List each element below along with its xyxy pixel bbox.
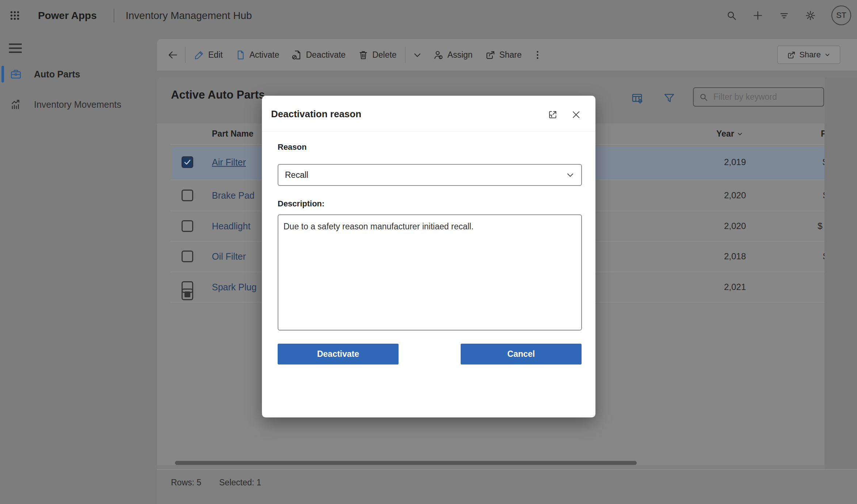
- sidebar-item-label: Inventory Movements: [34, 93, 121, 116]
- footer-divider: [157, 469, 857, 470]
- hamburger-menu-icon[interactable]: [9, 43, 22, 53]
- top-bar: Power Apps Inventory Management Hub ST: [0, 0, 857, 31]
- cancel-button[interactable]: Cancel: [461, 344, 582, 364]
- part-name-link[interactable]: Headlight: [212, 221, 251, 231]
- popout-icon[interactable]: [548, 110, 558, 120]
- part-name-link[interactable]: Oil Filter: [212, 251, 246, 262]
- deactivate-label: Deactivate: [306, 50, 346, 60]
- briefcase-icon: [10, 68, 22, 80]
- row-checkbox-checked[interactable]: [182, 156, 193, 168]
- sidebar: Auto Parts Inventory Movements: [0, 31, 157, 504]
- app-title: Inventory Management Hub: [126, 0, 252, 31]
- vertical-ellipsis-icon: [532, 50, 543, 60]
- back-arrow-icon: [167, 50, 178, 60]
- commandbar-divider: [185, 47, 186, 63]
- share-command[interactable]: Share: [479, 44, 528, 66]
- grid-right-gutter: [824, 77, 857, 469]
- assign-button[interactable]: Assign: [427, 44, 479, 66]
- checkmark-icon: [183, 157, 192, 167]
- year-cell: 2,018: [661, 251, 746, 261]
- year-cell: 2,020: [661, 221, 746, 231]
- waffle-menu-icon[interactable]: [9, 10, 20, 21]
- column-header-part-name[interactable]: Part Name: [212, 123, 254, 144]
- search-icon: [699, 92, 708, 102]
- row-checkbox[interactable]: [182, 220, 193, 232]
- price-cell-fragment: $: [823, 157, 824, 167]
- column-header-price[interactable]: Price: [821, 123, 824, 144]
- row-checkbox[interactable]: [182, 190, 193, 201]
- gear-icon[interactable]: [805, 10, 816, 21]
- filter-keyword-input[interactable]: [713, 92, 818, 102]
- sidebar-item-auto-parts[interactable]: Auto Parts: [0, 62, 157, 86]
- back-button[interactable]: [157, 44, 183, 66]
- part-name-link[interactable]: Spark Plug: [212, 282, 256, 292]
- reason-dropdown[interactable]: Recall: [278, 164, 582, 186]
- row-checkbox[interactable]: [182, 281, 193, 293]
- share-icon: [485, 50, 496, 60]
- edit-columns-icon[interactable]: [631, 92, 643, 104]
- share-dropdown-button[interactable]: Share: [777, 46, 840, 64]
- app-window: Power Apps Inventory Management Hub ST: [0, 0, 857, 504]
- description-label: Description:: [278, 199, 324, 209]
- avatar-initials: ST: [836, 11, 846, 20]
- avatar[interactable]: ST: [831, 5, 851, 25]
- activate-label: Activate: [250, 50, 279, 60]
- deactivation-dialog: Deactivation reason Reason Recall Descri…: [262, 96, 595, 417]
- delete-label: Delete: [372, 50, 396, 60]
- edit-label: Edit: [208, 50, 223, 60]
- part-name-link[interactable]: Air Filter: [212, 157, 246, 167]
- add-icon[interactable]: [752, 10, 763, 21]
- title-divider: [114, 9, 114, 22]
- commandbar-divider: [405, 47, 405, 63]
- year-cell: 2,021: [661, 282, 746, 292]
- command-bar: Edit Activate Deactivate Dele: [157, 39, 857, 70]
- row-checkbox[interactable]: [182, 251, 193, 262]
- deactivate-button[interactable]: Deactivate: [285, 44, 352, 66]
- deactivate-confirm-button[interactable]: Deactivate: [278, 344, 399, 364]
- person-assign-icon: [433, 50, 444, 60]
- more-commands-chevron[interactable]: [408, 44, 427, 66]
- trending-chart-icon: [10, 99, 22, 111]
- price-cell-fragment: $: [823, 251, 824, 261]
- column-header-year[interactable]: Year: [661, 123, 743, 144]
- trash-icon: [358, 50, 369, 60]
- pencil-icon: [194, 50, 205, 60]
- share-label: Share: [499, 50, 522, 60]
- delete-button[interactable]: Delete: [352, 44, 403, 66]
- search-icon[interactable]: [726, 10, 737, 21]
- sort-chevron-icon: [736, 130, 743, 137]
- chevron-down-icon: [412, 50, 423, 60]
- dialog-header-divider: [262, 131, 595, 131]
- assign-label: Assign: [447, 50, 473, 60]
- selected-indicator: [1, 66, 4, 83]
- dialog-title: Deactivation reason: [271, 108, 361, 120]
- document-icon: [235, 50, 246, 60]
- part-name-link[interactable]: Brake Pad: [212, 190, 255, 201]
- description-textarea[interactable]: Due to a safety reason manufacturer init…: [278, 214, 582, 331]
- chevron-down-icon: [566, 171, 575, 179]
- close-icon[interactable]: [571, 110, 581, 120]
- rows-count: Rows: 5: [171, 478, 201, 488]
- sidebar-item-inventory-movements[interactable]: Inventory Movements: [0, 93, 157, 116]
- document-slash-icon: [292, 50, 302, 60]
- share-icon: [787, 50, 796, 60]
- reason-selected-value: Recall: [285, 170, 566, 180]
- horizontal-scrollbar[interactable]: [175, 461, 637, 465]
- activate-button[interactable]: Activate: [229, 44, 286, 66]
- edit-button[interactable]: Edit: [188, 44, 229, 66]
- year-cell: 2,020: [661, 190, 746, 201]
- price-cell-fragment: $: [818, 221, 822, 231]
- sidebar-item-label: Auto Parts: [34, 62, 80, 86]
- reason-label: Reason: [278, 142, 306, 152]
- price-cell-fragment: $: [823, 190, 824, 201]
- view-title: Active Auto Parts: [171, 88, 265, 102]
- chevron-down-icon: [824, 51, 831, 58]
- overflow-menu[interactable]: [528, 44, 547, 66]
- filter-lines-icon[interactable]: [778, 10, 790, 21]
- brand-title: Power Apps: [38, 0, 97, 31]
- keyword-filter-box: [693, 87, 824, 107]
- selected-count: Selected: 1: [219, 478, 261, 488]
- share-button-label: Share: [799, 50, 821, 60]
- edit-filters-icon[interactable]: [663, 92, 675, 104]
- year-cell: 2,019: [661, 157, 746, 167]
